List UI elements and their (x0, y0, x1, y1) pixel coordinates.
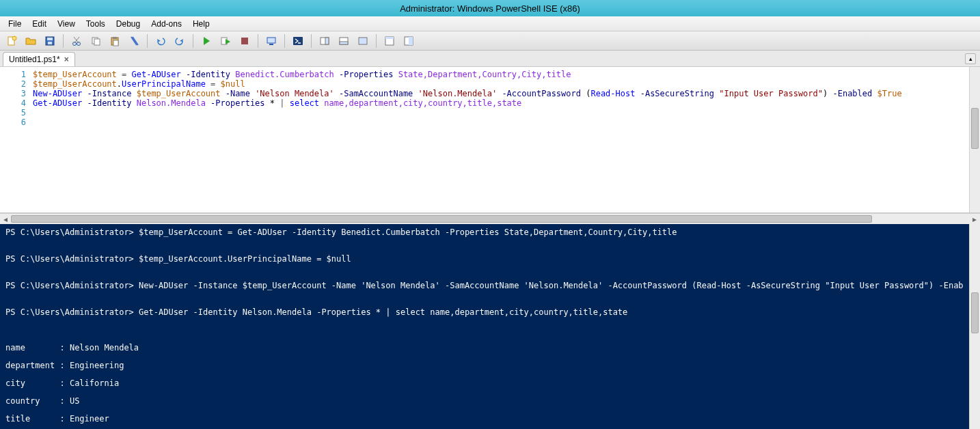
line-number: 5 (3, 108, 26, 117)
new-remote-button[interactable] (262, 33, 280, 49)
code-line: $temp_UserAccount = Get-ADUser -Identity… (33, 70, 969, 79)
console-line: PS C:\Users\Administrator> New-ADUser -I… (5, 281, 964, 290)
run-selection-icon (220, 36, 231, 46)
menu-bar: File Edit View Tools Debug Add-ons Help (0, 16, 980, 31)
console-line: title : Engineer (5, 415, 964, 424)
editor-vertical-scrollbar[interactable] (969, 67, 980, 212)
toolbar-separator (63, 34, 64, 48)
toolbar-separator (193, 34, 193, 48)
run-arrow-icon (201, 36, 212, 46)
svg-rect-21 (359, 38, 367, 44)
redo-button[interactable] (171, 33, 189, 49)
code-line: $temp_UserAccount.UserPrincipalName = $n… (33, 79, 969, 89)
line-number-gutter: 1 2 3 4 5 6 (0, 67, 33, 212)
new-file-button[interactable] (3, 33, 21, 49)
console-pane[interactable]: PS C:\Users\Administrator> $temp_UserAcc… (0, 224, 969, 429)
window-title: Administrator: Windows PowerShell ISE (x… (400, 3, 580, 14)
scroll-right-arrow[interactable]: ▸ (969, 214, 980, 224)
code-editor[interactable]: $temp_UserAccount = Get-ADUser -Identity… (33, 67, 969, 212)
powershell-button[interactable] (289, 33, 307, 49)
menu-addons[interactable]: Add-ons (146, 17, 187, 31)
menu-tools[interactable]: Tools (81, 17, 111, 31)
run-selection-button[interactable] (217, 33, 234, 49)
svg-rect-3 (47, 38, 53, 40)
console-line: PS C:\Users\Administrator> Get-ADUser -I… (5, 308, 964, 317)
layout-full-button[interactable] (354, 33, 372, 49)
clear-button[interactable] (125, 33, 143, 49)
open-folder-icon (25, 36, 36, 46)
layout-right-button[interactable] (316, 33, 334, 49)
save-disk-icon (44, 36, 55, 46)
code-line: New-ADUser -Instance $temp_UserAccount -… (33, 89, 969, 98)
console-vertical-scrollbar[interactable] (969, 224, 980, 429)
svg-rect-20 (340, 42, 348, 44)
cut-button[interactable] (68, 33, 85, 49)
editor-horizontal-scrollbar[interactable]: ◂ ▸ (0, 213, 980, 224)
menu-view[interactable]: View (52, 17, 81, 31)
svg-rect-13 (241, 38, 248, 44)
script-editor-pane: 1 2 3 4 5 6 $temp_UserAccount = Get-ADUs… (0, 67, 980, 213)
command-addon-button[interactable] (381, 33, 398, 49)
scroll-left-arrow[interactable]: ◂ (0, 214, 11, 224)
svg-rect-15 (269, 44, 273, 45)
tab-title: Untitled1.ps1* (9, 55, 60, 64)
console-line: city : California (5, 379, 964, 388)
run-script-button[interactable] (198, 33, 215, 49)
svg-rect-23 (385, 37, 394, 39)
toolbar-separator (376, 34, 377, 48)
cut-icon (71, 36, 82, 46)
copy-button[interactable] (87, 33, 105, 49)
line-number: 2 (3, 79, 26, 89)
save-button[interactable] (41, 33, 59, 49)
undo-icon (155, 36, 166, 46)
console-line: PS C:\Users\Administrator> $temp_UserAcc… (5, 255, 964, 264)
undo-button[interactable] (152, 33, 169, 49)
console-line: department : Engineering (5, 361, 964, 370)
console-pane-wrap: PS C:\Users\Administrator> $temp_UserAcc… (0, 224, 980, 429)
paste-icon (109, 36, 120, 46)
layout-bottom-button[interactable] (335, 33, 353, 49)
remote-computer-icon (266, 36, 277, 46)
menu-debug[interactable]: Debug (111, 17, 146, 31)
menu-edit[interactable]: Edit (27, 17, 52, 31)
command-addon-icon (384, 36, 395, 46)
paste-button[interactable] (106, 33, 124, 49)
line-number: 1 (3, 70, 26, 79)
toolbar-separator (147, 34, 148, 48)
new-file-icon (6, 36, 17, 46)
powershell-icon (292, 36, 303, 46)
code-line: Get-ADUser -Identity Nelson.Mendela -Pro… (33, 98, 969, 108)
toolbar-separator (311, 34, 312, 48)
toolbar (0, 31, 980, 51)
menu-help[interactable]: Help (187, 17, 215, 31)
console-line: name : Nelson Mendela (5, 344, 964, 352)
console-line: country : US (5, 397, 964, 406)
collapse-script-pane-button[interactable]: ▴ (965, 53, 976, 64)
title-bar: Administrator: Windows PowerShell ISE (x… (0, 0, 980, 16)
layout-right-icon (319, 36, 330, 46)
svg-rect-18 (325, 38, 329, 44)
line-number: 6 (3, 117, 26, 127)
toolbar-separator (284, 34, 285, 48)
open-file-button[interactable] (22, 33, 40, 49)
script-tab-strip: Untitled1.ps1* × ▴ (0, 51, 980, 67)
line-number: 3 (3, 89, 26, 98)
menu-file[interactable]: File (3, 17, 27, 31)
console-line: PS C:\Users\Administrator> $temp_UserAcc… (5, 228, 964, 237)
line-number: 4 (3, 98, 26, 108)
svg-rect-14 (267, 38, 275, 43)
svg-point-1 (12, 36, 16, 40)
show-command-pane-icon (403, 36, 414, 46)
chevron-up-icon: ▴ (969, 55, 972, 62)
clear-icon (128, 36, 139, 46)
svg-rect-8 (94, 39, 100, 45)
svg-rect-25 (409, 37, 413, 45)
svg-rect-11 (113, 40, 118, 46)
stop-button[interactable] (236, 33, 254, 49)
tab-close-button[interactable]: × (64, 55, 69, 64)
copy-icon (90, 36, 101, 46)
layout-bottom-icon (338, 36, 349, 46)
script-tab-active[interactable]: Untitled1.ps1* × (3, 52, 75, 66)
show-command-pane-button[interactable] (400, 33, 418, 49)
redo-icon (174, 36, 185, 46)
